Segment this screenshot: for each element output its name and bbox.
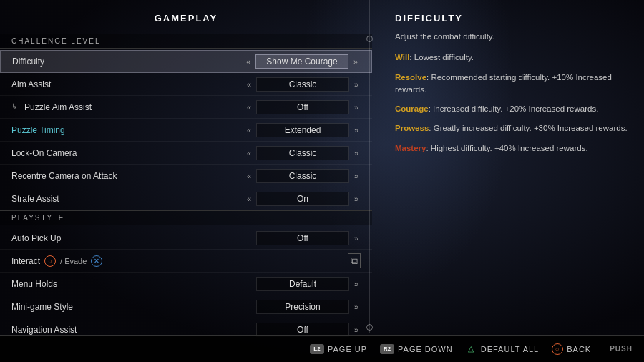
left-panel: GAMEPLAY CHALLENGE LEVEL Difficulty « Sh… [0, 0, 372, 362]
bottom-btn-default-all[interactable]: △ DEFAULT ALL [466, 343, 540, 355]
arrow-left-difficulty[interactable]: « [244, 57, 253, 66]
diff-value-prowess: Greatly increased difficulty. +30% Incre… [434, 124, 628, 132]
arrow-right-auto-pick-up[interactable]: » [352, 234, 361, 243]
setting-row-menu-holds[interactable]: Menu Holds Default » [0, 273, 372, 295]
category-playstyle: PLAYSTYLE [0, 210, 372, 225]
setting-value-puzzle-aim-assist: Off [256, 100, 349, 114]
setting-value-wrap-mini-game-style: Precision » [256, 300, 361, 314]
setting-value-wrap-difficulty: « Show Me Courage » [244, 54, 360, 69]
interact-label: Interact [11, 256, 40, 266]
setting-name-puzzle-timing: Puzzle Timing [11, 125, 245, 135]
diff-label-prowess: Prowess [395, 124, 429, 132]
setting-value-recentre-camera: Classic [256, 169, 349, 183]
setting-value-wrap-auto-pick-up: Off » [256, 231, 361, 245]
setting-value-mini-game-style: Precision [256, 300, 349, 314]
button-circle-x: ✕ [91, 255, 102, 267]
back-label: BACK [567, 345, 591, 353]
button-circle-o: ○ [44, 255, 56, 267]
setting-row-auto-pick-up[interactable]: Auto Pick Up Off » [0, 227, 372, 250]
setting-value-wrap-puzzle-timing: « Extended » [245, 123, 361, 137]
setting-name-menu-holds: Menu Holds [11, 279, 256, 289]
push-logo: PUSH [610, 345, 633, 353]
setting-value-menu-holds: Default [256, 277, 349, 291]
right-panel: DIFFICULTY Adjust the combat difficulty.… [372, 0, 644, 362]
diff-entry-will: Will: Lowest difficulty. [395, 52, 630, 64]
setting-row-lock-on-camera[interactable]: Lock-On Camera « Classic » [0, 142, 372, 165]
arrow-left-puzzle-timing[interactable]: « [245, 126, 253, 134]
setting-row-puzzle-timing[interactable]: Puzzle Timing « Extended » [0, 119, 372, 142]
arrow-right-puzzle-aim-assist[interactable]: » [352, 103, 361, 112]
diff-label-mastery: Mastery [395, 144, 426, 152]
setting-value-auto-pick-up: Off [256, 231, 349, 245]
setting-value-puzzle-timing: Extended [256, 123, 349, 137]
setting-value-lock-on-camera: Classic [256, 146, 349, 160]
diff-value-courage: Increased difficulty. +20% Increased rew… [433, 104, 598, 113]
divider-dot-top [366, 36, 373, 42]
arrow-right-recentre-camera[interactable]: » [352, 172, 361, 180]
playstyle-list: Auto Pick Up Off » Interact ○ / Evade ✕ … [0, 227, 372, 341]
setting-value-difficulty: Show Me Courage [255, 54, 348, 69]
setting-value-wrap-lock-on-camera: « Classic » [245, 146, 361, 160]
right-panel-title: DIFFICULTY [395, 13, 630, 24]
arrow-left-puzzle-aim-assist[interactable]: « [245, 103, 253, 112]
arrow-left-aim-assist[interactable]: « [245, 80, 253, 89]
arrow-left-lock-on-camera[interactable]: « [245, 149, 253, 157]
arrow-right-strafe-assist[interactable]: » [352, 195, 361, 203]
setting-name-strafe-assist: Strafe Assist [11, 194, 245, 204]
setting-row-mini-game-style[interactable]: Mini-game Style Precision » [0, 295, 372, 318]
setting-value-wrap-recentre-camera: « Classic » [245, 169, 361, 183]
setting-value-wrap-strafe-assist: « On » [245, 192, 361, 206]
copy-icon[interactable]: ⧉ [348, 253, 361, 268]
setting-value-wrap-menu-holds: Default » [256, 277, 361, 291]
arrow-right-mini-game-style[interactable]: » [352, 303, 361, 311]
diff-entry-courage: Courage: Increased difficulty. +20% Incr… [395, 103, 630, 115]
setting-name-mini-game-style: Mini-game Style [11, 302, 256, 312]
setting-row-aim-assist[interactable]: Aim Assist « Classic » [0, 73, 372, 96]
page-up-label: PAGE UP [328, 345, 367, 353]
bottom-btn-page-down[interactable]: R2 PAGE DOWN [380, 344, 453, 354]
divider-dot-bottom [366, 324, 373, 331]
circle-button: ○ [552, 343, 563, 355]
setting-name-recentre-camera: Recentre Camera on Attack [11, 171, 245, 181]
setting-name-auto-pick-up: Auto Pick Up [11, 233, 256, 243]
page-down-label: PAGE DOWN [398, 345, 453, 353]
setting-row-interact-evade[interactable]: Interact ○ / Evade ✕ ⧉ [0, 250, 372, 273]
arrow-right-puzzle-timing[interactable]: » [352, 126, 361, 134]
diff-entry-resolve: Resolve: Recommended starting difficulty… [395, 72, 630, 97]
arrow-right-lock-on-camera[interactable]: » [352, 149, 361, 157]
diff-value-will: Lowest difficulty. [414, 53, 474, 62]
l2-button: L2 [310, 344, 324, 354]
left-panel-title: GAMEPLAY [0, 13, 372, 24]
diff-entry-prowess: Prowess: Greatly increased difficulty. +… [395, 122, 630, 134]
setting-value-wrap-aim-assist: « Classic » [245, 77, 361, 92]
arrow-right-difficulty[interactable]: » [351, 57, 360, 66]
interact-evade-icons: Interact ○ / Evade ✕ [11, 255, 102, 267]
setting-value-aim-assist: Classic [256, 77, 349, 92]
setting-row-puzzle-aim-assist[interactable]: Puzzle Aim Assist « Off » [0, 96, 372, 119]
arrow-right-aim-assist[interactable]: » [352, 80, 361, 89]
setting-value-wrap-puzzle-aim-assist: « Off » [245, 100, 361, 114]
diff-value-mastery: Highest difficulty. +40% Increased rewar… [431, 144, 588, 152]
arrow-right-navigation-assist[interactable]: » [352, 326, 361, 334]
setting-name-lock-on-camera: Lock-On Camera [11, 148, 245, 158]
slash-separator: / Evade [60, 257, 87, 265]
setting-name-navigation-assist: Navigation Assist [11, 325, 256, 335]
setting-name-difficulty: Difficulty [12, 57, 244, 67]
right-panel-description: Adjust the combat difficulty. [395, 31, 630, 43]
divider-line [369, 0, 370, 333]
bottom-btn-back[interactable]: ○ BACK [552, 343, 591, 355]
default-all-label: DEFAULT ALL [481, 345, 540, 353]
setting-row-difficulty[interactable]: Difficulty « Show Me Courage » [0, 50, 372, 73]
arrow-right-menu-holds[interactable]: » [352, 280, 361, 288]
diff-label-resolve: Resolve [395, 73, 426, 82]
arrow-left-strafe-assist[interactable]: « [245, 195, 253, 203]
triangle-button: △ [466, 343, 477, 355]
arrow-left-recentre-camera[interactable]: « [245, 172, 253, 180]
setting-row-recentre-camera[interactable]: Recentre Camera on Attack « Classic » [0, 165, 372, 187]
setting-row-strafe-assist[interactable]: Strafe Assist « On » [0, 187, 372, 210]
diff-entry-mastery: Mastery: Highest difficulty. +40% Increa… [395, 142, 630, 155]
diff-label-courage: Courage [395, 104, 429, 113]
r2-button: R2 [380, 344, 394, 354]
setting-name-puzzle-aim-assist: Puzzle Aim Assist [11, 102, 245, 112]
bottom-btn-page-up[interactable]: L2 PAGE UP [310, 344, 367, 354]
